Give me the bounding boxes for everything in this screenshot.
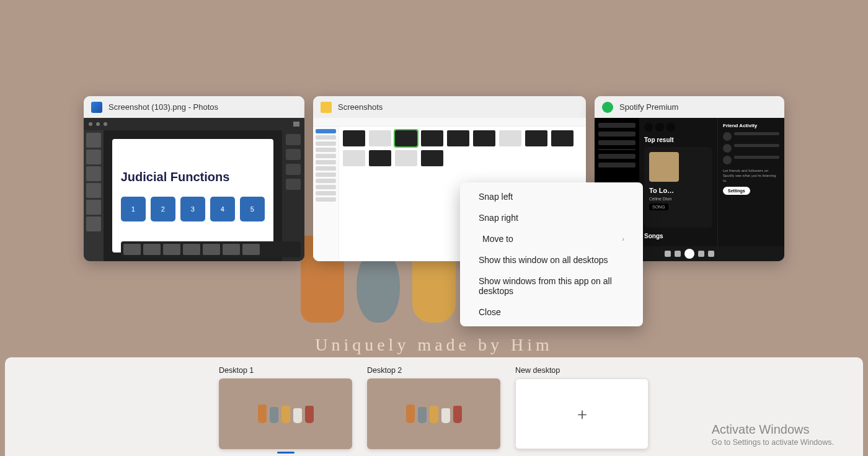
desktop-tile[interactable]: Desktop 1 [219,366,352,449]
slide-cards: 1 2 3 4 5 [121,197,265,221]
window-title-bar: Screenshots [313,96,586,118]
song-badge: SONG [649,203,668,210]
artist-name: Céline Dion [649,197,707,201]
friend-activity-pane: Friend Activity Let friends and follower… [717,118,784,246]
next-icon [698,251,704,257]
window-title: Spotify Premium [619,102,678,112]
repeat-icon [708,251,714,257]
menu-item-snap-left[interactable]: Snap left [460,186,643,207]
explorer-nav-pane [313,127,339,261]
menu-item-snap-right[interactable]: Snap right [460,207,643,228]
friend-activity-desc: Let friends and followers on Spotify see… [723,168,779,183]
new-desktop-button[interactable]: ＋ [515,378,649,449]
window-photos[interactable]: Screenshot (103).png - Photos Judicial F… [84,96,304,261]
menu-item-show-app-on-all-desktops[interactable]: Show windows from this app on all deskto… [460,270,643,302]
filmstrip [121,241,301,257]
wallpaper-caption: Uniquely made by Him [315,335,553,355]
songs-label: Songs [644,233,712,239]
slide-card: 5 [240,197,265,221]
top-result-label: Top result [644,136,712,143]
preview-toolbar [84,118,304,130]
window-context-menu: Snap left Snap right Move to› Show this … [460,182,643,326]
watermark-title: Activate Windows [712,422,834,437]
new-desktop-tile[interactable]: New desktop ＋ [515,366,649,449]
menu-item-show-on-all-desktops[interactable]: Show this window on all desktops [460,249,643,270]
avatar-icon [723,132,732,141]
desktop-thumbnail[interactable] [367,378,500,449]
avatar-icon [723,144,732,153]
window-preview: Judicial Functions 1 2 3 4 5 [84,118,304,261]
window-title: Screenshots [338,102,383,112]
nav-forward-icon [655,123,664,132]
active-indicator [277,452,294,454]
desktop-tile[interactable]: Desktop 2 [367,366,500,449]
slide-card: 4 [210,197,235,221]
folder-icon [321,102,332,113]
menu-item-move-to[interactable]: Move to› [460,228,643,249]
slide-card: 1 [121,197,146,221]
menu-item-close[interactable]: Close [460,302,643,323]
slide: Judicial Functions 1 2 3 4 5 [112,139,273,253]
result-card: To Lo… Céline Dion SONG [644,147,712,228]
plus-icon: ＋ [574,403,590,425]
song-title: To Lo… [649,187,707,194]
task-view-windows: Screenshot (103).png - Photos Judicial F… [84,96,784,261]
prev-icon [675,251,681,257]
settings-button: Settings [723,187,750,195]
chevron-right-icon: › [622,235,624,243]
nav-back-icon [644,123,653,132]
desktop-thumbnail[interactable] [219,378,352,449]
window-title: Screenshot (103).png - Photos [108,102,218,112]
slide-card: 3 [180,197,205,221]
desktop-label: Desktop 2 [367,366,500,375]
friend-activity-title: Friend Activity [723,123,779,128]
search-icon [666,123,675,132]
explorer-toolbar [313,118,586,127]
shuffle-icon [665,251,671,257]
avatar-icon [723,156,732,164]
spotify-icon [602,102,613,113]
slide-card: 2 [151,197,175,221]
desktop-label: Desktop 1 [219,366,352,375]
spotify-main: Top result To Lo… Céline Dion SONG Songs [639,118,717,246]
new-desktop-label: New desktop [515,366,649,375]
slide-thumbnail-rail [84,130,104,261]
window-title-bar: Spotify Premium [595,96,784,118]
activation-watermark: Activate Windows Go to Settings to activ… [712,422,834,447]
play-icon [684,249,694,259]
watermark-subtitle: Go to Settings to activate Windows. [712,438,834,447]
slide-title: Judicial Functions [121,170,265,184]
window-title-bar: Screenshot (103).png - Photos [84,96,304,118]
photos-app-icon [91,102,102,113]
album-art [649,152,679,182]
